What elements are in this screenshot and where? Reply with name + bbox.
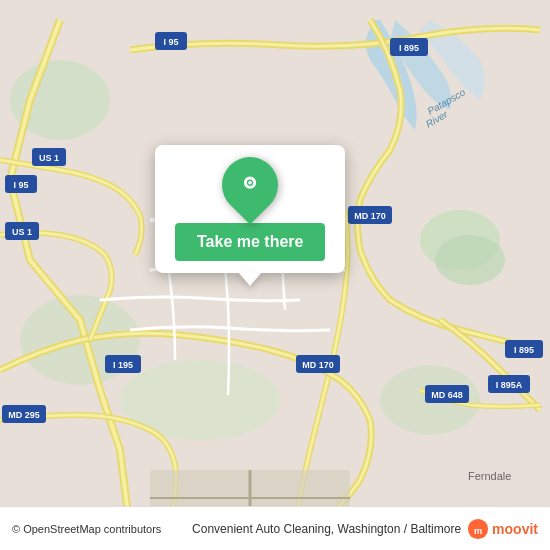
svg-text:I 895: I 895 — [399, 43, 419, 53]
svg-text:m: m — [474, 525, 482, 535]
map-container: I 95 I 95 US 1 US 1 I 895 I 895 I 895A I… — [0, 0, 550, 550]
location-pin-icon — [236, 171, 264, 199]
location-popup: Take me there — [155, 145, 345, 286]
svg-text:US 1: US 1 — [12, 227, 32, 237]
svg-text:I 895: I 895 — [514, 345, 534, 355]
svg-text:Ferndale: Ferndale — [468, 470, 511, 482]
svg-text:I 95: I 95 — [13, 180, 28, 190]
moovit-text: moovit — [492, 521, 538, 537]
location-info: Convenient Auto Cleaning, Washington / B… — [192, 518, 538, 540]
take-me-there-button[interactable]: Take me there — [175, 223, 325, 261]
svg-text:MD 648: MD 648 — [431, 390, 463, 400]
svg-text:MD 295: MD 295 — [8, 410, 40, 420]
svg-text:I 195: I 195 — [113, 360, 133, 370]
location-pin-wrapper — [211, 145, 290, 224]
svg-text:I 895A: I 895A — [496, 380, 523, 390]
svg-point-36 — [248, 181, 252, 185]
svg-point-2 — [435, 235, 505, 285]
svg-text:MD 170: MD 170 — [354, 211, 386, 221]
osm-credit: © OpenStreetMap contributors — [12, 523, 161, 535]
svg-text:US 1: US 1 — [39, 153, 59, 163]
moovit-logo: m moovit — [467, 518, 538, 540]
popup-tail — [238, 272, 262, 286]
bottom-bar: © OpenStreetMap contributors Convenient … — [0, 506, 550, 550]
moovit-icon: m — [467, 518, 489, 540]
business-name: Convenient Auto Cleaning, Washington / B… — [192, 522, 461, 536]
popup-card: Take me there — [155, 145, 345, 273]
svg-text:I 95: I 95 — [163, 37, 178, 47]
svg-text:MD 170: MD 170 — [302, 360, 334, 370]
